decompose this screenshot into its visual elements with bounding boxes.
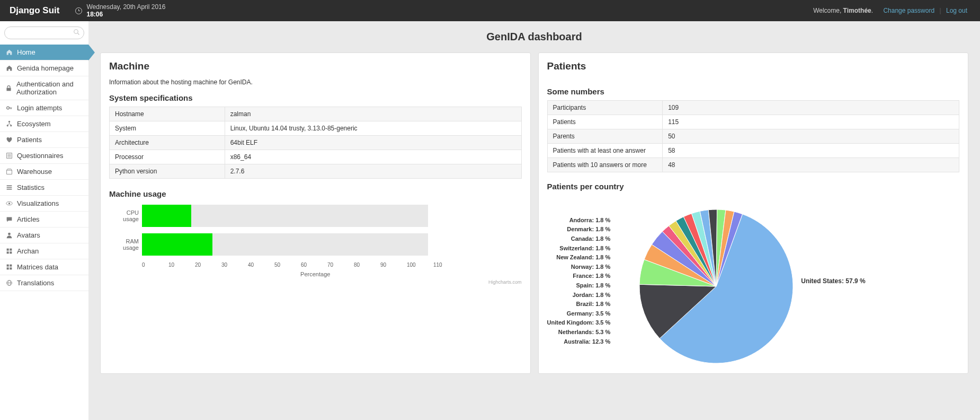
pie-label: Germany: 3.5 % xyxy=(547,309,611,319)
sidebar-item-home[interactable]: Home xyxy=(0,45,88,60)
box-icon xyxy=(5,168,13,176)
svg-rect-22 xyxy=(6,251,8,253)
sidebar-item-label: Matrices data xyxy=(17,263,58,271)
svg-rect-21 xyxy=(10,249,12,251)
pie-label: France: 1.8 % xyxy=(547,272,611,281)
svg-rect-13 xyxy=(6,170,12,174)
logout-link[interactable]: Log out xyxy=(946,7,967,14)
axis-tick: 50 xyxy=(274,262,301,268)
specs-table: HostnamezalmanSystemLinux, Ubuntu 14.04 … xyxy=(109,107,522,179)
pie-svg xyxy=(610,196,801,366)
table-row: Parents50 xyxy=(547,129,959,144)
specs-title: System specifications xyxy=(109,93,522,102)
sidebar-item-questionnaires[interactable]: Questionnaires xyxy=(0,148,88,163)
patients-panel: Patients Some numbers Participants109Pat… xyxy=(538,52,969,374)
table-row: Hostnamezalman xyxy=(110,107,522,121)
pie-label: Denmark: 1.8 % xyxy=(547,225,611,234)
globe-icon xyxy=(5,279,13,287)
svg-point-7 xyxy=(6,125,8,126)
number-value: 50 xyxy=(663,129,959,144)
pie-chart: Andorra: 1.8 %Denmark: 1.8 %Canada: 1.8 … xyxy=(547,196,960,366)
time-text: 18:06 xyxy=(86,11,165,18)
header-right: Welcome, Timothée. Change password | Log… xyxy=(813,7,970,14)
home-icon xyxy=(5,49,13,56)
top-header: Django Suit Wednesday, 20th April 2016 1… xyxy=(0,0,980,21)
sidebar-item-label: Patients xyxy=(17,136,42,144)
change-password-link[interactable]: Change password xyxy=(883,7,934,14)
search-input[interactable] xyxy=(4,27,84,39)
grid-icon xyxy=(5,264,13,271)
axis-tick: 90 xyxy=(380,262,407,268)
brand[interactable]: Django Suit xyxy=(10,5,59,16)
numbers-table: Participants109Patients115Parents50Patie… xyxy=(547,100,960,172)
pie-label: Canada: 1.8 % xyxy=(547,234,611,244)
sidebar-item-label: Login attempts xyxy=(17,104,62,112)
svg-point-18 xyxy=(8,203,10,204)
sidebar-item-matrices-data[interactable]: Matrices data xyxy=(0,259,88,275)
grid-icon xyxy=(5,248,13,255)
nav-list: HomeGenida homepageAuthentication and Au… xyxy=(0,45,88,291)
numbers-title: Some numbers xyxy=(547,87,960,96)
pie-title: Patients per country xyxy=(547,182,960,191)
username: Timothée xyxy=(843,7,871,14)
bar-row: RAM usage xyxy=(109,233,522,256)
pie-label: Netherlands: 5.3 % xyxy=(547,328,611,337)
sidebar-item-archan[interactable]: Archan xyxy=(0,243,88,259)
spec-key: Python version xyxy=(110,164,225,179)
usage-title: Machine usage xyxy=(109,189,522,198)
sidebar-item-ecosystem[interactable]: Ecosystem xyxy=(0,116,88,132)
clock-icon xyxy=(75,7,82,14)
machine-panel: Machine Information about the hosting ma… xyxy=(100,52,531,374)
sidebar-item-warehouse[interactable]: Warehouse xyxy=(0,164,88,179)
spec-key: Hostname xyxy=(110,107,225,121)
sidebar-item-visualizations[interactable]: Visualizations xyxy=(0,196,88,211)
bar-track xyxy=(142,205,428,227)
sidebar-item-label: Ecosystem xyxy=(17,120,51,128)
pie-labels-right: United States: 57.9 % xyxy=(801,277,865,285)
axis-tick: 60 xyxy=(301,262,327,268)
svg-point-0 xyxy=(74,30,78,34)
number-key: Participants xyxy=(547,101,663,115)
axis-tick: 80 xyxy=(354,262,380,268)
table-row: Patients with 10 answers or more48 xyxy=(547,158,959,172)
number-value: 115 xyxy=(663,115,959,129)
sidebar-item-authentication-and-authorization[interactable]: Authentication and Authorization xyxy=(0,76,88,100)
svg-rect-26 xyxy=(6,267,8,269)
sidebar: HomeGenida homepageAuthentication and Au… xyxy=(0,21,88,420)
bar-row: CPU usage xyxy=(109,205,522,227)
sidebar-item-label: Genida homepage xyxy=(17,64,74,72)
svg-point-6 xyxy=(8,121,10,122)
sidebar-item-translations[interactable]: Translations xyxy=(0,275,88,291)
sidebar-item-genida-homepage[interactable]: Genida homepage xyxy=(0,60,88,76)
bar-label: CPU usage xyxy=(109,209,142,222)
spec-value: 2.7.6 xyxy=(225,164,521,179)
bar-label: RAM usage xyxy=(109,238,142,251)
pie-label: Jordan: 1.8 % xyxy=(547,291,611,300)
search-icon xyxy=(74,29,80,36)
number-value: 109 xyxy=(663,101,959,115)
sidebar-item-statistics[interactable]: Statistics xyxy=(0,180,88,195)
sidebar-item-patients[interactable]: Patients xyxy=(0,132,88,147)
page-title: GenIDA dashboard xyxy=(100,31,968,43)
svg-rect-25 xyxy=(10,265,12,267)
table-row: Participants109 xyxy=(547,101,959,115)
eye-icon xyxy=(5,200,13,207)
sidebar-item-articles[interactable]: Articles xyxy=(0,212,88,227)
axis-tick: 10 xyxy=(168,262,195,268)
svg-rect-24 xyxy=(6,265,8,267)
number-value: 48 xyxy=(663,158,959,172)
spec-key: Architecture xyxy=(110,136,225,150)
sidebar-item-label: Questionnaires xyxy=(17,152,63,160)
bar-fill xyxy=(142,233,212,256)
heart-icon xyxy=(5,136,13,144)
spec-value: Linux, Ubuntu 14.04 trusty, 3.13.0-85-ge… xyxy=(225,121,521,136)
number-key: Parents xyxy=(547,129,663,144)
sidebar-item-label: Home xyxy=(17,48,35,56)
svg-rect-27 xyxy=(10,267,12,269)
sidebar-item-avatars[interactable]: Avatars xyxy=(0,228,88,243)
sidebar-item-login-attempts[interactable]: Login attempts xyxy=(0,100,88,116)
usage-chart: CPU usageRAM usage xyxy=(109,205,522,256)
lock-icon xyxy=(5,84,12,92)
key-icon xyxy=(5,104,13,112)
svg-point-8 xyxy=(10,125,12,126)
